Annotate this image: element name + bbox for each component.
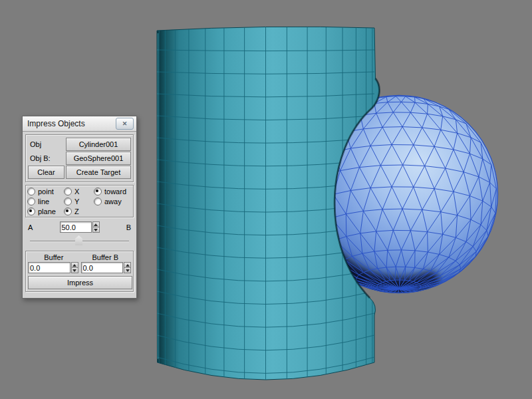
buffer-b-spinner-up[interactable] <box>124 262 131 268</box>
spinner-up-icon <box>126 264 130 267</box>
spinner-down-icon <box>72 269 76 272</box>
obj-a-button[interactable]: Cylinder001 <box>66 138 131 151</box>
radio-circle-icon <box>64 188 72 196</box>
radio-toward[interactable]: toward <box>94 186 132 196</box>
close-icon: ✕ <box>122 120 128 127</box>
radio-label: Z <box>74 207 79 215</box>
spinner-down-icon <box>126 269 130 272</box>
radio-label: away <box>104 198 122 205</box>
close-button[interactable]: ✕ <box>116 118 134 130</box>
spinner-up-icon <box>94 223 98 226</box>
radio-label: X <box>74 188 79 196</box>
dialog-body: Obj Cylinder001 Obj B: GeoSphere001 Clea… <box>23 132 136 298</box>
application-stage: Impress Objects ✕ Obj Cylinder001 Obj B:… <box>0 0 532 399</box>
impress-button[interactable]: Impress <box>28 276 132 289</box>
obj-a-label: Obj <box>28 140 66 148</box>
radio-circle-icon <box>64 198 72 205</box>
buffer-group: Buffer Buffer B <box>25 251 134 292</box>
radio-label: toward <box>104 188 126 196</box>
radio-away[interactable]: away <box>94 196 132 206</box>
a-label: A <box>28 223 33 231</box>
direction-radio-column: towardaway <box>94 186 132 216</box>
slider-thumb[interactable] <box>75 235 82 245</box>
obj-b-button[interactable]: GeoSphere001 <box>66 152 131 165</box>
radio-label: plane <box>38 207 56 215</box>
a-spinner-up[interactable] <box>92 221 100 227</box>
clear-button[interactable]: Clear <box>28 166 65 179</box>
buffer-b-spinner <box>124 262 131 273</box>
radio-label: point <box>38 188 54 196</box>
radio-circle-icon <box>27 198 35 205</box>
objects-group: Obj Cylinder001 Obj B: GeoSphere001 Clea… <box>25 134 134 182</box>
obj-b-label: Obj B: <box>28 154 66 162</box>
ab-slider[interactable] <box>30 235 129 247</box>
a-value-input[interactable] <box>60 221 92 233</box>
options-group: pointlineplane XYZ towardaway <box>25 185 134 217</box>
radio-label: line <box>38 198 49 205</box>
radio-line[interactable]: line <box>27 196 64 206</box>
axis-radio-column: XYZ <box>64 186 94 216</box>
buffer-b-label: Buffer B <box>80 253 132 261</box>
radio-circle-icon <box>27 207 35 215</box>
impress-objects-dialog: Impress Objects ✕ Obj Cylinder001 Obj B:… <box>22 116 137 299</box>
a-spinner <box>92 221 100 233</box>
buffer-b-spinner-down[interactable] <box>124 268 131 273</box>
a-spinner-down[interactable] <box>92 227 100 233</box>
radio-Z[interactable]: Z <box>64 206 94 216</box>
radio-circle-icon <box>64 207 72 215</box>
dialog-titlebar[interactable]: Impress Objects ✕ <box>23 116 136 132</box>
radio-point[interactable]: point <box>27 186 64 196</box>
radio-circle-icon <box>94 198 102 205</box>
spinner-down-icon <box>94 229 98 231</box>
buffer-input[interactable] <box>28 262 70 273</box>
buffer-spinner <box>71 262 78 273</box>
radio-circle-icon <box>27 188 35 196</box>
buffer-b-input[interactable] <box>81 262 124 273</box>
radio-circle-icon <box>94 188 102 196</box>
dialog-title: Impress Objects <box>27 119 116 128</box>
ab-row: A B <box>28 221 131 233</box>
buffer-spinner-up[interactable] <box>71 262 78 268</box>
buffer-spinner-down[interactable] <box>71 268 78 273</box>
buffer-b-field <box>81 262 132 273</box>
buffer-label: Buffer <box>28 253 80 261</box>
b-label: B <box>126 223 131 231</box>
radio-X[interactable]: X <box>64 186 94 196</box>
create-target-button[interactable]: Create Target <box>66 166 131 179</box>
radio-label: Y <box>74 198 79 205</box>
radio-Y[interactable]: Y <box>64 196 94 206</box>
mode-radio-column: pointlineplane <box>27 186 64 216</box>
spinner-up-icon <box>72 264 76 267</box>
radio-plane[interactable]: plane <box>27 206 64 216</box>
buffer-field <box>28 262 78 273</box>
